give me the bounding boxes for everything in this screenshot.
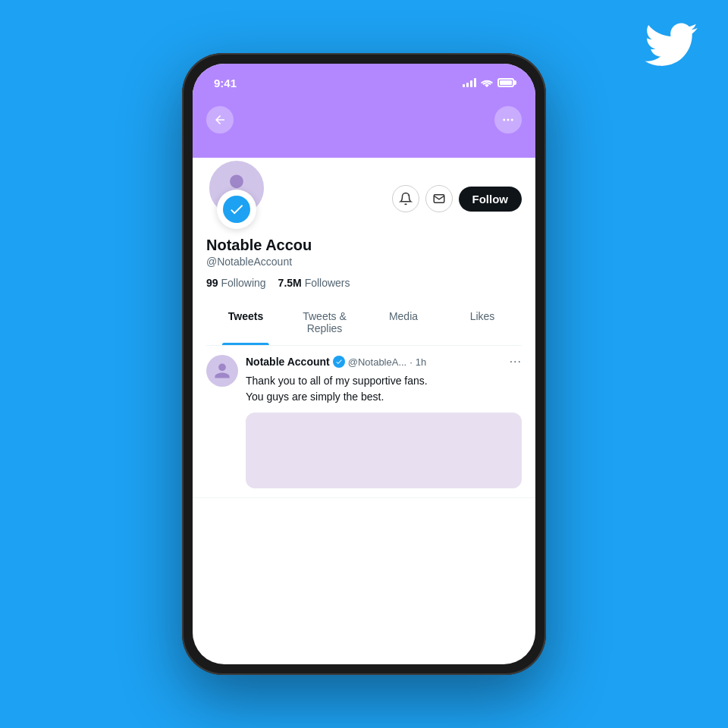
status-time: 9:41 — [214, 77, 237, 89]
svg-point-0 — [503, 119, 505, 121]
status-bar: 9:41 — [193, 64, 535, 97]
tweet-avatar — [206, 355, 238, 387]
profile-section: + Follow Notable Accou @NotableAccount — [193, 158, 535, 346]
following-label: Following — [221, 277, 265, 289]
dot-separator: · — [410, 356, 413, 368]
following-count: 99 — [206, 277, 218, 289]
status-icons — [463, 78, 514, 87]
tweet-content: Notable Account @NotableA... · 1h ··· Th… — [246, 355, 522, 488]
follow-button[interactable]: Follow — [459, 187, 522, 212]
tweet-verified-badge — [333, 356, 345, 368]
phone-screen: 9:41 — [193, 64, 535, 664]
action-buttons: + Follow — [392, 185, 522, 218]
tweet-more-button[interactable]: ··· — [510, 355, 522, 369]
tweet-handle: @NotableA... — [348, 356, 407, 368]
signal-icon — [463, 78, 476, 87]
tweet-author-name: Notable Account — [246, 356, 330, 368]
tabs-row: Tweets Tweets & Replies Media Likes — [206, 300, 522, 346]
svg-text:+: + — [407, 193, 410, 197]
profile-stats: 99 Following 7.5M Followers — [206, 277, 522, 289]
tab-tweets-replies[interactable]: Tweets & Replies — [285, 300, 364, 345]
tab-tweets[interactable]: Tweets — [206, 300, 285, 345]
tweet-section: Notable Account @NotableA... · 1h ··· Th… — [193, 346, 535, 498]
phone-wrapper: 9:41 — [182, 53, 546, 675]
followers-label: Followers — [305, 277, 350, 289]
tweet-time: 1h — [416, 356, 426, 368]
tab-media[interactable]: Media — [364, 300, 443, 345]
battery-icon — [497, 78, 514, 87]
avatar-container — [206, 158, 267, 218]
tab-likes[interactable]: Likes — [443, 300, 522, 345]
tweet-text: Thank you to all of my supportive fans. … — [246, 373, 522, 405]
message-button[interactable] — [425, 185, 453, 212]
back-button[interactable] — [206, 106, 234, 133]
svg-point-2 — [511, 119, 513, 121]
wifi-icon — [481, 78, 493, 87]
tweet-media-placeholder — [246, 413, 522, 488]
verified-badge-popup — [217, 190, 256, 229]
profile-name: Notable Accou — [206, 237, 522, 254]
more-button[interactable] — [494, 106, 522, 133]
notification-button[interactable]: + — [392, 185, 419, 212]
verified-check-circle — [223, 196, 250, 223]
profile-handle: @NotableAccount — [206, 256, 522, 268]
twitter-logo-corner — [645, 23, 698, 66]
followers-count: 7.5M — [278, 277, 302, 289]
svg-point-1 — [507, 119, 510, 121]
